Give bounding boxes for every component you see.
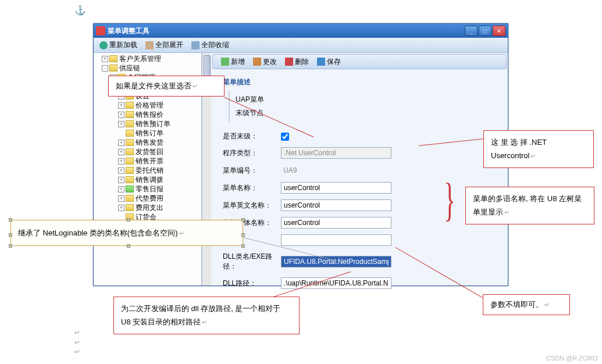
tree-label: 客户关系管理 xyxy=(119,54,161,63)
anchor-icon: ⚓ xyxy=(74,5,86,16)
folder-icon xyxy=(126,102,134,109)
dll-class-input[interactable] xyxy=(281,256,391,267)
folder-icon xyxy=(126,176,134,183)
expand-icon[interactable]: + xyxy=(118,205,124,211)
tree-node[interactable]: +客户关系管理 xyxy=(95,54,200,63)
folder-icon xyxy=(126,195,134,202)
tree-node[interactable]: +销售调拨 xyxy=(95,175,200,184)
is-leaf-label: 是否末级： xyxy=(223,131,281,141)
folder-icon xyxy=(126,111,134,118)
sub-toolbar: 新增 更改 删除 保存 xyxy=(212,54,507,69)
folder-icon xyxy=(126,185,134,192)
tree-label: 委托代销 xyxy=(136,166,163,175)
expand-all-button[interactable]: 全部展开 xyxy=(142,39,187,51)
tree-label: 代垫费用 xyxy=(136,194,163,203)
para-mark: ↵ xyxy=(74,329,80,337)
tree-label: 销售发货 xyxy=(136,138,163,147)
menu-tc-input[interactable] xyxy=(281,217,391,229)
form-panel: 新增 更改 删除 保存 菜单描述 UAP菜单 末级节点 是否末级： 程序类型： … xyxy=(211,53,508,286)
tree-label: 销售订单 xyxy=(136,129,163,138)
para-mark: ↵ xyxy=(74,348,80,356)
menu-no-label: 菜单编号： xyxy=(223,166,281,176)
folder-icon xyxy=(109,65,117,72)
prog-type-input[interactable] xyxy=(281,147,391,159)
expand-icon[interactable]: + xyxy=(102,56,108,62)
tree-node[interactable]: +销售预订单 xyxy=(95,119,200,129)
main-window: 菜单调整工具 _ □ × 重新加载 全部展开 全部收缩 +客户关系管理-供应链+… xyxy=(93,23,508,286)
expand-icon[interactable]: + xyxy=(118,121,124,127)
tree-node[interactable]: +发货签回 xyxy=(95,147,200,156)
prog-type-label: 程序类型： xyxy=(223,148,281,158)
expand-icon[interactable]: + xyxy=(118,140,124,146)
menu-no-input xyxy=(281,165,391,176)
expand-icon xyxy=(145,41,154,49)
tree-node[interactable]: +销售报价 xyxy=(95,110,200,119)
tree-label: 零售日报 xyxy=(136,184,163,194)
expand-icon[interactable]: + xyxy=(118,167,124,174)
tree-node[interactable]: +价格管理 xyxy=(95,101,200,110)
tree-label: 销售调拨 xyxy=(136,175,163,184)
tree-label: 价格管理 xyxy=(136,101,163,110)
edit-icon xyxy=(253,58,261,66)
expand-icon[interactable]: + xyxy=(118,195,124,202)
save-button[interactable]: 保存 xyxy=(314,56,344,68)
expand-icon[interactable]: + xyxy=(118,158,124,165)
tree-label: 销售预订单 xyxy=(136,119,170,129)
minimize-button[interactable]: _ xyxy=(465,26,478,36)
tree-node[interactable]: 销售订单 xyxy=(95,129,200,138)
callout-params: 参数不填即可。↵ xyxy=(483,294,570,315)
menu-en-input[interactable] xyxy=(281,199,391,211)
tree-node[interactable]: +零售日报 xyxy=(95,184,200,194)
scroll-thumb[interactable] xyxy=(204,55,211,78)
close-button[interactable]: × xyxy=(493,26,505,36)
para-mark: ↵ xyxy=(74,338,80,347)
collapse-icon[interactable]: - xyxy=(102,65,108,72)
expand-icon[interactable]: + xyxy=(118,112,124,118)
dll-class-label: DLL类名/EXE路径： xyxy=(223,252,281,272)
main-toolbar: 重新加载 全部展开 全部收缩 xyxy=(94,38,508,53)
brace-icon: } xyxy=(444,173,455,226)
window-title: 菜单调整工具 xyxy=(108,26,464,36)
expand-icon[interactable]: + xyxy=(118,177,124,183)
section-title: 菜单描述 xyxy=(223,77,496,87)
titlebar: 菜单调整工具 _ □ × xyxy=(94,24,508,38)
tree-label: 销售报价 xyxy=(136,110,163,119)
is-leaf-checkbox[interactable] xyxy=(281,133,289,141)
section-item: UAP菜单 xyxy=(236,93,490,106)
dll-path-input[interactable] xyxy=(281,277,391,289)
callout-net: 这 里 选 择 .NET Usercontrol↵ xyxy=(483,130,594,168)
collapse-all-button[interactable]: 全部收缩 xyxy=(188,39,233,51)
edit-button[interactable]: 更改 xyxy=(250,56,280,68)
folder-icon xyxy=(126,120,134,127)
expand-icon[interactable]: + xyxy=(118,102,124,109)
tree-node[interactable]: -供应链 xyxy=(95,63,200,73)
tree-label: 销售开票 xyxy=(136,156,163,166)
folder-icon xyxy=(126,130,134,137)
delete-button[interactable]: 删除 xyxy=(282,56,312,68)
credit-text: CSDN @R·ZORO xyxy=(546,355,597,362)
expand-icon[interactable]: + xyxy=(118,186,124,192)
callout-folder: 如果是文件夹这里选否↵ xyxy=(108,76,225,97)
folder-icon xyxy=(109,55,117,62)
callout-path: 为二次开发编译后的 dll 存放路径, 是一个相对于 U8 安装目录的相对路径↵ xyxy=(113,297,300,334)
tree-node[interactable]: +销售发货 xyxy=(95,138,200,147)
menu-name-label: 菜单名称： xyxy=(223,183,281,193)
add-icon xyxy=(221,58,229,66)
delete-icon xyxy=(285,58,293,66)
callout-names: 菜单的多语名称, 将在 U8 左树菜单里显示↵ xyxy=(465,187,594,224)
menu-name-input[interactable] xyxy=(281,182,391,194)
app-icon xyxy=(96,26,105,35)
expand-icon[interactable]: + xyxy=(118,149,124,155)
callout-class: 继承了 NetLoginable 类的类名称(包含命名空间)↵ xyxy=(10,220,243,246)
reload-button[interactable]: 重新加载 xyxy=(96,39,141,51)
tree-node[interactable]: +委托代销 xyxy=(95,166,200,175)
params-input[interactable] xyxy=(281,234,391,246)
maximize-button[interactable]: □ xyxy=(479,26,491,36)
dll-path-label: DLL路径： xyxy=(223,279,281,288)
tree-node[interactable]: +费用支出 xyxy=(95,203,200,212)
tree-node[interactable]: +销售开票 xyxy=(95,156,200,166)
tree-label: 发货签回 xyxy=(136,147,163,156)
add-button[interactable]: 新增 xyxy=(218,56,248,68)
folder-icon xyxy=(126,158,134,165)
tree-node[interactable]: +代垫费用 xyxy=(95,194,200,203)
